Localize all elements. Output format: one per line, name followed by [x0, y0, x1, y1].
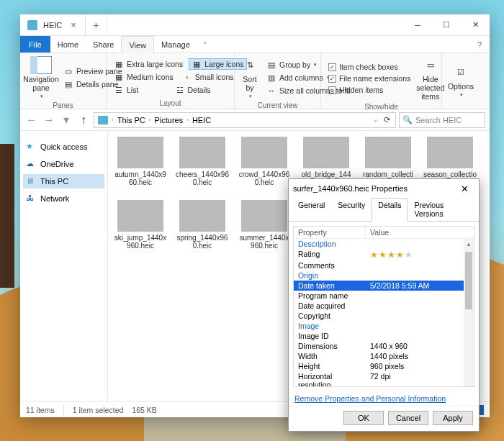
- nav-network[interactable]: 🖧Network: [23, 191, 104, 206]
- chevron-down-icon: ▾: [314, 62, 317, 68]
- breadcrumb[interactable]: › This PC › Pictures › HEIC ⌄ ⟳: [94, 112, 396, 128]
- ok-button[interactable]: OK: [343, 411, 384, 425]
- prop-date-acquired[interactable]: Date acquired: [294, 301, 474, 311]
- network-icon: 🖧: [26, 194, 36, 204]
- thumbnails-icon: ▫: [182, 72, 192, 82]
- chevron-right-icon: ›: [149, 117, 151, 123]
- breadcrumb-heic[interactable]: HEIC: [190, 116, 213, 124]
- file-item[interactable]: cheers_1440x960.heic: [176, 137, 229, 194]
- file-item[interactable]: autumn_1440x960.heic: [114, 137, 167, 194]
- star-icon: ★: [26, 142, 36, 152]
- prop-hres[interactable]: Horizontal resolution72 dpi: [294, 371, 474, 387]
- details-view-button[interactable]: ☳Details: [172, 84, 230, 96]
- prop-height[interactable]: Height960 pixels: [294, 361, 474, 371]
- small-icons-button[interactable]: ▫Small icons: [179, 71, 237, 83]
- minimize-button[interactable]: ─: [403, 14, 432, 36]
- checkbox-icon: ✓: [328, 75, 336, 83]
- chevron-down-icon: ▾: [460, 92, 463, 98]
- chevron-right-icon: ›: [186, 117, 189, 123]
- thumbnail-image: [365, 137, 411, 168]
- file-name: ski_jump_1440x960.heic: [114, 234, 167, 250]
- file-item[interactable]: summer_1440x960.heic: [238, 200, 291, 250]
- tab-details[interactable]: Details: [372, 198, 408, 222]
- titlebar: HEIC × + ─ ☐ ✕: [20, 14, 490, 36]
- history-dropdown-icon[interactable]: ▾: [59, 113, 73, 127]
- search-icon: 🔍: [402, 115, 413, 124]
- file-item[interactable]: ski_jump_1440x960.heic: [114, 200, 167, 250]
- breadcrumb-pictures[interactable]: Pictures: [152, 116, 185, 124]
- list-view-button[interactable]: ☰List: [111, 84, 169, 96]
- search-input[interactable]: 🔍 Search HEIC: [399, 112, 485, 128]
- hide-selected-button[interactable]: ▭ Hide selected items: [416, 55, 444, 102]
- prop-dimensions[interactable]: Dimensions1440 x 960: [294, 341, 474, 351]
- help-icon[interactable]: ?: [469, 36, 490, 53]
- hidden-items-toggle[interactable]: Hidden items: [325, 85, 413, 95]
- scroll-up-icon[interactable]: ▴: [464, 239, 474, 249]
- sort-icon: ⇅: [239, 56, 261, 73]
- close-tab-icon[interactable]: ×: [68, 19, 79, 30]
- menu-home[interactable]: Home: [50, 36, 86, 53]
- item-checkboxes-toggle[interactable]: ✓Item check boxes: [325, 62, 413, 72]
- nav-this-pc[interactable]: 🖥This PC: [23, 174, 104, 188]
- property-list: PropertyValue Description Rating★★★★★ Co…: [293, 226, 474, 387]
- collapse-ribbon-icon[interactable]: ⌃: [197, 36, 213, 53]
- tab-general[interactable]: General: [292, 198, 331, 221]
- thumbnail-image: [303, 137, 349, 168]
- menubar: File Home Share View Manage ⌃ ?: [20, 36, 490, 53]
- status-size: 165 KB: [132, 406, 156, 414]
- address-bar: ← → ▾ ↑ › This PC › Pictures › HEIC ⌄ ⟳ …: [20, 109, 490, 131]
- tab-previous-versions[interactable]: Previous Versions: [408, 198, 476, 221]
- maximize-button[interactable]: ☐: [432, 14, 461, 36]
- options-button[interactable]: ☑ Options ▾: [446, 55, 475, 106]
- nav-onedrive[interactable]: ☁OneDrive: [23, 157, 104, 171]
- forward-button[interactable]: →: [42, 113, 56, 127]
- navigation-pane-button[interactable]: Navigation pane ▾: [24, 55, 58, 101]
- chevron-down-icon: ▾: [249, 94, 252, 99]
- svg-rect-1: [30, 56, 37, 74]
- thumbnail-image: [427, 137, 473, 168]
- thumbnail-image: [117, 200, 163, 232]
- extra-large-icons-button[interactable]: ▦Extra large icons: [111, 58, 186, 70]
- details-icon: ☳: [175, 85, 185, 95]
- prop-program-name[interactable]: Program name: [294, 291, 474, 301]
- breadcrumb-thispc[interactable]: This PC: [115, 116, 148, 124]
- checkbox-icon: [328, 86, 336, 94]
- dialog-titlebar[interactable]: surfer_1440x960.heic Properties ✕: [289, 179, 479, 198]
- file-item[interactable]: crowd_1440x960.heic: [238, 137, 291, 194]
- tab-title: HEIC: [43, 21, 62, 29]
- close-button[interactable]: ✕: [461, 14, 490, 36]
- prop-image-id[interactable]: Image ID: [294, 331, 474, 341]
- section-description: Description: [294, 239, 366, 249]
- tab-heic[interactable]: HEIC ×: [20, 14, 86, 35]
- search-placeholder: Search HEIC: [415, 116, 462, 124]
- tab-security[interactable]: Security: [331, 198, 372, 221]
- file-extensions-toggle[interactable]: ✓File name extensions: [325, 73, 413, 83]
- sort-by-button[interactable]: ⇅ Sort by ▾: [239, 55, 261, 101]
- prop-date-taken[interactable]: Date taken5/2/2018 5:59 AM: [294, 281, 474, 291]
- cancel-button[interactable]: Cancel: [388, 411, 428, 425]
- prop-copyright[interactable]: Copyright: [294, 311, 474, 321]
- prop-comments[interactable]: Comments: [294, 260, 474, 270]
- ribbon: Navigation pane ▾ ▭Preview pane ▤Details…: [20, 53, 490, 109]
- menu-manage[interactable]: Manage: [154, 36, 197, 53]
- scroll-thumb[interactable]: [465, 252, 472, 309]
- medium-icons-button[interactable]: ▦Medium icons: [111, 71, 176, 83]
- menu-share[interactable]: Share: [86, 36, 121, 53]
- remove-properties-link[interactable]: Remove Properties and Personal Informati…: [289, 391, 479, 406]
- prop-width[interactable]: Width1440 pixels: [294, 351, 474, 361]
- menu-file[interactable]: File: [20, 36, 50, 53]
- prop-rating[interactable]: Rating★★★★★: [294, 249, 474, 260]
- preview-pane-icon: ▭: [63, 66, 73, 76]
- new-tab-button[interactable]: +: [86, 14, 107, 35]
- menu-view[interactable]: View: [121, 36, 154, 53]
- thumbnail-image: [179, 200, 225, 232]
- apply-button[interactable]: Apply: [433, 411, 473, 425]
- up-button[interactable]: ↑: [76, 113, 91, 127]
- back-button[interactable]: ←: [24, 113, 39, 127]
- chevron-down-icon[interactable]: ⌄: [373, 117, 378, 123]
- nav-quick-access[interactable]: ★Quick access: [23, 140, 104, 154]
- refresh-button[interactable]: ⟳: [379, 113, 394, 127]
- dialog-close-button[interactable]: ✕: [454, 183, 474, 194]
- file-item[interactable]: spring_1440x960.heic: [176, 200, 229, 250]
- scrollbar[interactable]: ▴ ▾: [464, 239, 474, 387]
